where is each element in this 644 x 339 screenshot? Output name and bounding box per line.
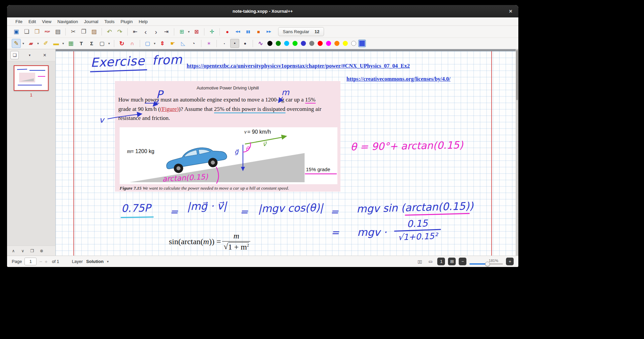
select-rect-tool[interactable]: ▢ (143, 39, 152, 48)
drawing-canvas[interactable]: Exercisefrom https://opentextbc.ca/unive… (56, 51, 516, 256)
record-audio-button[interactable]: ● (223, 27, 232, 36)
page-down-button[interactable]: ∨ (19, 247, 26, 255)
save-button[interactable]: ▣ (12, 27, 21, 36)
color-gray[interactable] (308, 40, 316, 47)
math-tex-tool[interactable]: Σ (87, 39, 96, 48)
plugin-wand-tool[interactable]: ✶ (204, 39, 213, 48)
current-color-blue[interactable] (358, 40, 366, 47)
forward-button[interactable]: ▶▶ (264, 27, 273, 36)
color-yellow[interactable] (341, 40, 349, 47)
color-blue[interactable] (300, 40, 307, 47)
vertical-space-tool[interactable]: ⇕ (158, 39, 167, 48)
stylus-tool[interactable]: ∿ (256, 39, 265, 48)
single-column-button[interactable]: 1 (437, 258, 445, 265)
page-decrement-button[interactable]: − (39, 259, 42, 264)
color-light-green[interactable] (291, 40, 299, 47)
close-preview-button[interactable]: ⊗ (38, 247, 45, 255)
next-page-button[interactable]: › (151, 27, 160, 36)
menu-plugin[interactable]: Plugin (118, 18, 136, 25)
sidebar-chevron-button[interactable]: ▾ (25, 51, 34, 59)
compass-tool[interactable]: ◔ (189, 39, 198, 48)
color-orange-swatch (334, 41, 339, 46)
font-size-label: 12 (315, 29, 319, 34)
color-magenta[interactable] (325, 40, 332, 47)
new-page-chevron[interactable]: ▾ (186, 27, 191, 36)
menu-view[interactable]: View (39, 18, 54, 25)
text-tool[interactable]: T (77, 39, 86, 48)
open-file-button[interactable]: ❒ (33, 27, 42, 36)
font-selector-button[interactable]: Sans Regular 12 (278, 27, 324, 36)
zoom-slider[interactable]: 181% (469, 259, 503, 265)
menu-edit[interactable]: Edit (25, 18, 39, 25)
zoom-slider-track[interactable] (469, 263, 503, 265)
eraser-tool[interactable]: ▰ (26, 39, 36, 48)
pause-button[interactable]: ▮▮ (244, 27, 253, 36)
color-orange[interactable] (333, 40, 341, 47)
copy-button[interactable]: ❐ (79, 27, 88, 36)
menu-navigation[interactable]: Navigation (54, 18, 81, 25)
last-page-button[interactable]: ⇥ (162, 27, 171, 36)
select-chevron[interactable]: ▾ (152, 39, 157, 48)
cut-button[interactable]: ✂ (69, 27, 78, 36)
highlighter-chevron[interactable]: ▾ (61, 39, 66, 48)
fullscreen-button[interactable]: ✛ (207, 27, 216, 36)
menu-file[interactable]: File (12, 18, 25, 25)
duplicate-page-button[interactable]: ❐ (28, 247, 36, 255)
dual-page-button[interactable]: ▯▯ (416, 258, 424, 265)
paste-button[interactable]: ▨ (89, 27, 99, 36)
page-increment-button[interactable]: + (45, 259, 48, 264)
ruler-tool[interactable]: ◺ (179, 39, 188, 48)
menu-tools[interactable]: Tools (101, 18, 117, 25)
text-highlighter-tool[interactable]: ▬ (52, 39, 61, 48)
redo-button[interactable]: ↷ (115, 27, 124, 36)
page-number-input[interactable] (24, 258, 37, 265)
undo-button[interactable]: ↶ (105, 27, 114, 36)
new-file-button[interactable]: ❏ (22, 27, 31, 36)
color-light-blue[interactable] (283, 40, 291, 47)
thickness-medium[interactable]: ● (230, 39, 239, 48)
page-preview-tab-button[interactable]: ❏ (10, 51, 19, 59)
presentation-mode-button[interactable]: ▭ (427, 258, 434, 265)
license-link[interactable]: https://creativecommons.org/licenses/by/… (346, 76, 450, 82)
zoom-slider-thumb[interactable] (485, 262, 490, 266)
export-pdf-button[interactable]: PDF (43, 27, 52, 36)
hand-tool[interactable]: ☛ (168, 39, 177, 48)
shape-tool[interactable]: ▢ (98, 39, 107, 48)
titlebar[interactable]: note-taking.xopp - Xournal++ × (7, 5, 518, 17)
stop-button[interactable]: ■ (254, 27, 263, 36)
shape-chevron[interactable]: ▾ (107, 39, 112, 48)
image-tool[interactable]: ▦ (66, 39, 75, 48)
delete-page-button[interactable]: ⊠ (192, 27, 201, 36)
page-up-button[interactable]: ∧ (10, 247, 17, 255)
menu-help[interactable]: Help (136, 18, 151, 25)
thickness-fine[interactable]: ● (220, 39, 229, 48)
figure-reference-link[interactable]: (Figure) (160, 106, 179, 112)
rewind-button[interactable]: ◀◀ (233, 27, 242, 36)
eraser-chevron[interactable]: ▾ (36, 39, 41, 48)
pen-chevron[interactable]: ▾ (21, 39, 26, 48)
pen-tool[interactable]: ✎ (12, 39, 21, 48)
source-link[interactable]: https://opentextbc.ca/universityphysicsv… (187, 63, 410, 69)
shape-recognizer-tool[interactable]: ↻ (117, 39, 126, 48)
scrollbar-thumb[interactable] (516, 50, 518, 100)
page-thumbnail[interactable] (14, 65, 49, 91)
highlighter-tool[interactable]: ✐ (41, 39, 50, 48)
menu-journal[interactable]: Journal (81, 18, 102, 25)
vertical-scrollbar[interactable] (516, 49, 518, 256)
thickness-thick[interactable]: ● (241, 39, 250, 48)
color-white[interactable] (350, 40, 358, 47)
color-green[interactable] (274, 40, 282, 47)
grid-layout-button[interactable]: ⊞ (448, 258, 456, 265)
color-red[interactable] (316, 40, 324, 47)
first-page-button[interactable]: ⇤ (131, 27, 140, 36)
print-button[interactable]: ▤ (53, 27, 62, 36)
snapping-tool[interactable]: ∩ (128, 39, 137, 48)
color-black[interactable] (266, 40, 274, 47)
zoom-in-button[interactable]: + (506, 258, 514, 265)
new-page-button[interactable]: ⊞ (177, 27, 186, 36)
zoom-out-button[interactable]: − (459, 258, 466, 265)
previous-page-button[interactable]: ‹ (141, 27, 150, 36)
sidebar-close-button[interactable]: × (41, 51, 49, 59)
layer-selector[interactable]: Layer Solution ▾ (72, 259, 109, 264)
close-window-button[interactable]: × (507, 8, 514, 15)
